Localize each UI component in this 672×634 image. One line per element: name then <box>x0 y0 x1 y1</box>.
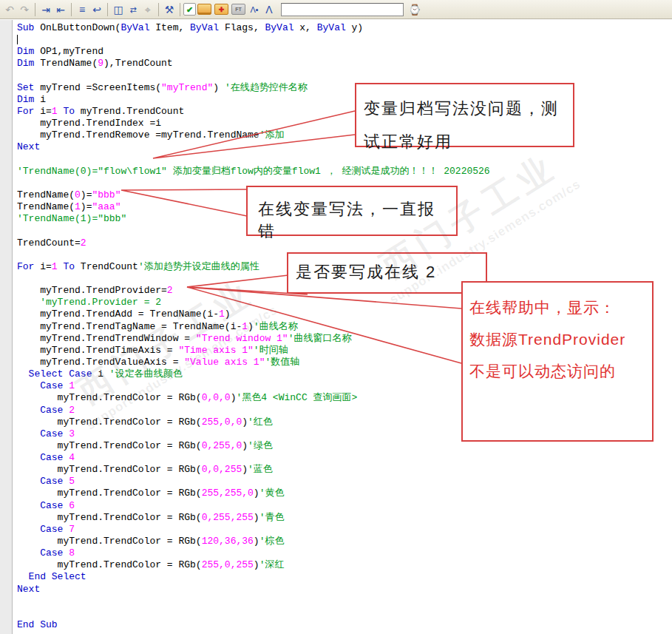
toolbar-search-input[interactable] <box>281 3 404 16</box>
code-line[interactable]: Case 5 <box>17 476 672 488</box>
code-line[interactable]: End Sub <box>17 619 672 631</box>
toolbar-icons: ↶↷⇥⇤≡↩◫⇄⌖⚒✔✚FTΛ▪Λ⌚ <box>2 2 422 17</box>
callout-text-line: 数据源TrendProvider <box>469 323 648 355</box>
compass-icon[interactable]: Λ <box>262 2 276 17</box>
toolbar-separator <box>158 3 159 16</box>
code-line[interactable]: Next <box>17 584 672 596</box>
callout-write-online-2: 是否要写成在线 2 <box>287 252 487 294</box>
code-line[interactable] <box>17 596 672 607</box>
code-line[interactable] <box>17 154 672 166</box>
code-line[interactable]: myTrend.TrendColor = RGb(120,36,36)'棕色 <box>17 536 672 547</box>
toolbox-icon[interactable] <box>197 4 211 15</box>
code-line[interactable]: myTrend.TrendColor = RGb(0,255,0)'绿色 <box>17 440 672 452</box>
code-line[interactable]: 'TrendName(0)="flow\flow1" 添加变量归档flow内的变… <box>17 166 672 178</box>
code-line[interactable]: myTrend.TrendColor = RGb(255,255,0)'黄色 <box>17 488 672 499</box>
callout-text-line: 变量归档写法没问题，测 <box>364 92 567 125</box>
code-line[interactable] <box>17 70 672 82</box>
callout-text-line: 是否要写成在线 2 <box>296 261 481 283</box>
toolbar-separator <box>107 3 108 16</box>
undo-icon[interactable]: ↶ <box>2 2 17 17</box>
timer-clock-icon[interactable]: ⌚ <box>407 2 422 17</box>
code-line[interactable]: Dim OP1,myTrend <box>17 46 672 58</box>
code-line[interactable]: Case 8 <box>17 547 672 559</box>
wrench-icon[interactable]: ⚒ <box>162 2 177 17</box>
ft-case-icon[interactable]: FT <box>231 4 245 15</box>
find-icon[interactable]: ◫ <box>111 2 126 17</box>
code-line[interactable] <box>17 34 672 46</box>
code-line[interactable]: Case 7 <box>17 524 672 536</box>
code-line[interactable]: Dim TrendName(9),TrendCount <box>17 58 672 70</box>
callout-online-var-error: 在线变量写法，一直报错 <box>246 186 458 236</box>
replace-icon[interactable]: ⇄ <box>126 2 140 17</box>
code-line[interactable]: Sub OnLButtonDown(ByVal Item, ByVal Flag… <box>17 22 672 34</box>
callout-text-line: 在线帮助中，显示： <box>469 291 648 323</box>
align-lines-icon[interactable]: ≡ <box>75 2 89 17</box>
check-syntax-icon[interactable]: ✔ <box>183 3 196 16</box>
code-line[interactable]: myTrend.TrendColor = RGb(255,0,255)'深红 <box>17 559 672 571</box>
outdent-icon[interactable]: ⇤ <box>53 2 68 17</box>
toolbar-separator <box>35 3 35 16</box>
redo-icon[interactable]: ↷ <box>17 2 32 17</box>
toolbar: ↶↷⇥⇤≡↩◫⇄⌖⚒✔✚FTΛ▪Λ⌚ <box>0 0 672 19</box>
indent-icon[interactable]: ⇥ <box>38 2 53 17</box>
toolbar-separator <box>180 3 180 16</box>
callout-text-line: 在线变量写法，一直报错 <box>258 198 452 243</box>
find-next-icon[interactable]: ⌖ <box>140 2 155 17</box>
code-line[interactable]: Case 6 <box>17 500 672 512</box>
code-line[interactable] <box>17 607 672 619</box>
code-line[interactable]: Case 4 <box>17 452 672 464</box>
callout-archive-ok: 变量归档写法没问题，测试正常好用 <box>355 83 574 147</box>
callout-text-line: 试正常好用 <box>364 125 567 158</box>
toolbar-separator <box>71 3 72 16</box>
callout-online-help-note: 在线帮助中，显示：数据源TrendProvider不是可以动态访问的 <box>461 281 654 442</box>
code-line[interactable]: myTrend.TrendColor = RGb(0,255,255)'青色 <box>17 512 672 524</box>
callout-text-line: 不是可以动态访问的 <box>469 355 648 387</box>
text-cursor <box>17 35 18 44</box>
script-editor-window: ↶↷⇥⇤≡↩◫⇄⌖⚒✔✚FTΛ▪Λ⌚ Sub OnLButtonDown(ByV… <box>0 0 672 634</box>
editor-gutter[interactable] <box>0 20 13 634</box>
code-line[interactable]: myTrend.TrendColor = RGb(0,0,255)'蓝色 <box>17 464 672 476</box>
revert-format-icon[interactable]: ↩ <box>89 2 104 17</box>
first-aid-icon[interactable]: ✚ <box>214 4 228 15</box>
code-line[interactable]: End Select <box>17 571 672 583</box>
compass-cube-icon[interactable]: Λ▪ <box>247 2 262 17</box>
